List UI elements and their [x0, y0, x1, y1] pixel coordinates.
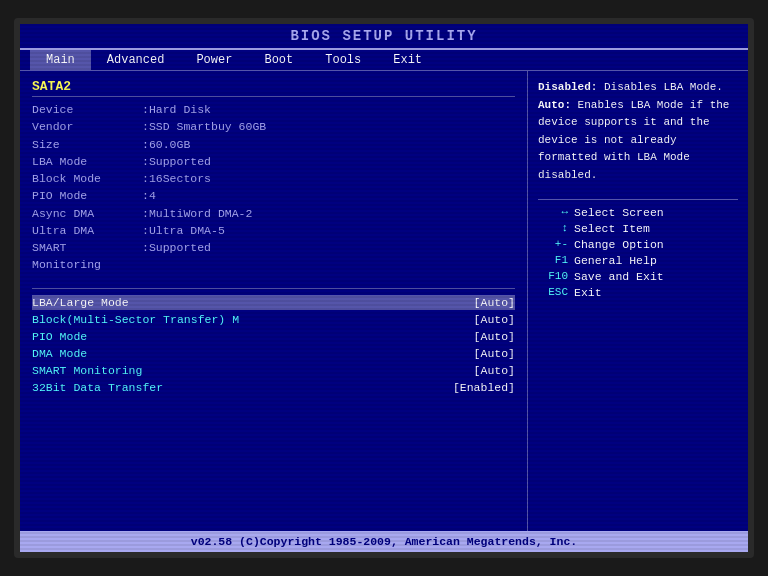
info-row: PIO Mode:4 — [32, 187, 515, 204]
option-value: [Auto] — [474, 330, 515, 343]
key-desc: Select Item — [574, 222, 650, 235]
info-label: Ultra DMA — [32, 222, 142, 239]
info-row: Ultra DMA:Ultra DMA-5 — [32, 222, 515, 239]
option-name: SMART Monitoring — [32, 364, 142, 377]
footer-text: v02.58 (C)Copyright 1985-2009, American … — [191, 535, 577, 548]
key-desc: Select Screen — [574, 206, 664, 219]
info-label: Device — [32, 101, 142, 118]
info-value: :4 — [142, 187, 156, 204]
content-area: SATA2 Device:Hard DiskVendor:SSD Smartbu… — [20, 71, 748, 531]
key-symbol: ↕ — [538, 222, 568, 234]
info-row: Block Mode:16Sectors — [32, 170, 515, 187]
left-panel: SATA2 Device:Hard DiskVendor:SSD Smartbu… — [20, 71, 528, 531]
option-name: Block(Multi-Sector Transfer) M — [32, 313, 239, 326]
info-row: Device:Hard Disk — [32, 101, 515, 118]
info-label: LBA Mode — [32, 153, 142, 170]
key-help-row: F10Save and Exit — [538, 270, 738, 283]
option-row[interactable]: 32Bit Data Transfer[Enabled] — [32, 380, 515, 395]
help-text: Disabled: Disables LBA Mode.Auto: Enable… — [538, 79, 738, 185]
nav-item-exit[interactable]: Exit — [377, 50, 438, 70]
device-info: Device:Hard DiskVendor:SSD Smartbuy 60GB… — [32, 101, 515, 274]
key-help-divider — [538, 199, 738, 200]
info-label: Block Mode — [32, 170, 142, 187]
option-row[interactable]: LBA/Large Mode[Auto] — [32, 295, 515, 310]
info-row: Size:60.0GB — [32, 136, 515, 153]
info-label: SMART Monitoring — [32, 239, 142, 274]
key-help-row: ↕Select Item — [538, 222, 738, 235]
key-symbol: F1 — [538, 254, 568, 266]
bios-screen: BIOS SETUP UTILITY MainAdvancedPowerBoot… — [20, 24, 748, 552]
options-list: LBA/Large Mode[Auto]Block(Multi-Sector T… — [32, 295, 515, 395]
info-label: Size — [32, 136, 142, 153]
info-row: Async DMA:MultiWord DMA-2 — [32, 205, 515, 222]
option-value: [Enabled] — [453, 381, 515, 394]
footer-bar: v02.58 (C)Copyright 1985-2009, American … — [20, 531, 748, 552]
info-label: Vendor — [32, 118, 142, 135]
info-label: PIO Mode — [32, 187, 142, 204]
key-help-list: ↔Select Screen↕Select Item+-Change Optio… — [538, 206, 738, 299]
monitor: BIOS SETUP UTILITY MainAdvancedPowerBoot… — [14, 18, 754, 558]
nav-item-power[interactable]: Power — [180, 50, 248, 70]
option-name: PIO Mode — [32, 330, 87, 343]
option-value: [Auto] — [474, 296, 515, 309]
info-value: :Ultra DMA-5 — [142, 222, 225, 239]
section-title: SATA2 — [32, 79, 515, 97]
right-panel: Disabled: Disables LBA Mode.Auto: Enable… — [528, 71, 748, 531]
key-desc: General Help — [574, 254, 657, 267]
info-label: Async DMA — [32, 205, 142, 222]
info-value: :Hard Disk — [142, 101, 211, 118]
option-value: [Auto] — [474, 313, 515, 326]
info-value: :Supported — [142, 239, 211, 274]
key-help-row: +-Change Option — [538, 238, 738, 251]
nav-item-tools[interactable]: Tools — [309, 50, 377, 70]
key-help-row: ↔Select Screen — [538, 206, 738, 219]
option-name: LBA/Large Mode — [32, 296, 129, 309]
key-desc: Change Option — [574, 238, 664, 251]
nav-item-boot[interactable]: Boot — [248, 50, 309, 70]
option-value: [Auto] — [474, 347, 515, 360]
option-row[interactable]: Block(Multi-Sector Transfer) M[Auto] — [32, 312, 515, 327]
info-row: SMART Monitoring:Supported — [32, 239, 515, 274]
info-value: :MultiWord DMA-2 — [142, 205, 252, 222]
option-row[interactable]: DMA Mode[Auto] — [32, 346, 515, 361]
option-row[interactable]: PIO Mode[Auto] — [32, 329, 515, 344]
divider — [32, 288, 515, 289]
option-name: 32Bit Data Transfer — [32, 381, 163, 394]
option-value: [Auto] — [474, 364, 515, 377]
title-text: BIOS SETUP UTILITY — [290, 28, 477, 44]
info-value: :16Sectors — [142, 170, 211, 187]
key-desc: Exit — [574, 286, 602, 299]
info-value: :60.0GB — [142, 136, 190, 153]
key-symbol: ↔ — [538, 206, 568, 218]
key-help-row: F1General Help — [538, 254, 738, 267]
key-desc: Save and Exit — [574, 270, 664, 283]
option-row[interactable]: SMART Monitoring[Auto] — [32, 363, 515, 378]
title-bar: BIOS SETUP UTILITY — [20, 24, 748, 50]
info-value: :Supported — [142, 153, 211, 170]
info-row: Vendor:SSD Smartbuy 60GB — [32, 118, 515, 135]
nav-bar: MainAdvancedPowerBootToolsExit — [20, 50, 748, 71]
key-symbol: F10 — [538, 270, 568, 282]
option-name: DMA Mode — [32, 347, 87, 360]
nav-item-advanced[interactable]: Advanced — [91, 50, 181, 70]
nav-item-main[interactable]: Main — [30, 50, 91, 70]
info-value: :SSD Smartbuy 60GB — [142, 118, 266, 135]
key-symbol: +- — [538, 238, 568, 250]
info-row: LBA Mode:Supported — [32, 153, 515, 170]
key-help-row: ESCExit — [538, 286, 738, 299]
key-symbol: ESC — [538, 286, 568, 298]
